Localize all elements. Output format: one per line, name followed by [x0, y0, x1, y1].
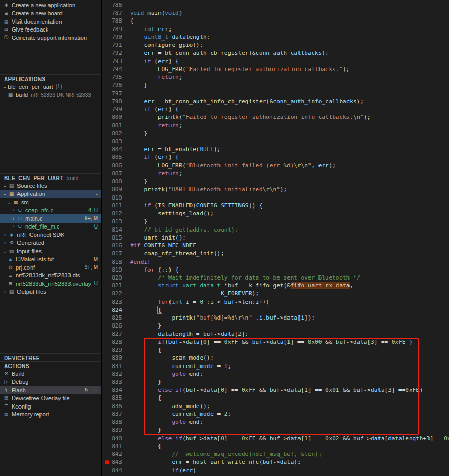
line-number[interactable]: 799 [102, 105, 128, 113]
code-line-829[interactable]: 829 { [102, 346, 449, 354]
code-line-826[interactable]: 826 } [102, 322, 449, 330]
code-line-805[interactable]: 805 if (err) { [102, 153, 449, 161]
line-number[interactable]: 827 [102, 330, 128, 338]
line-number[interactable]: 835 [102, 394, 128, 402]
action-build[interactable]: ⚒Build [0, 370, 101, 378]
line-number[interactable]: 796 [102, 81, 128, 89]
code-line-787[interactable]: 787void main(void) [102, 9, 449, 17]
tree-item-input-files[interactable]: ⌄▤Input files [0, 247, 101, 255]
action-flash[interactable]: ↯Flash↻⋯ [0, 386, 101, 394]
code-line-788[interactable]: 788{ [102, 17, 449, 25]
code-line-833[interactable]: 833 } [102, 378, 449, 386]
code-line-830[interactable]: 830 scan_mode(); [102, 354, 449, 362]
line-number[interactable]: 816 [102, 242, 128, 250]
code-line-796[interactable]: 796 } [102, 81, 449, 89]
line-number[interactable]: 808 [102, 177, 128, 185]
chevron-down-icon[interactable]: ⌄ [7, 200, 12, 205]
line-number[interactable]: 815 [102, 234, 128, 242]
applications-section-header[interactable]: APPLICATIONS [0, 74, 101, 83]
line-number[interactable]: 826 [102, 322, 128, 330]
code-line-804[interactable]: 804 err = bt_enable(NULL); [102, 145, 449, 153]
welcome-link-create-a-new-board[interactable]: ⊞Create a new board [0, 9, 101, 18]
line-number[interactable]: 814 [102, 226, 128, 234]
chevron-right-icon[interactable]: › [3, 232, 7, 237]
line-number[interactable]: 832 [102, 370, 128, 378]
tree-item-ndef-file-m-c[interactable]: ›Cndef_file_m.cU [0, 223, 101, 231]
line-number[interactable]: 819 [102, 266, 128, 274]
tree-item-main-c[interactable]: ›Cmain.c9+, M [0, 214, 101, 223]
code-line-835[interactable]: 835 { [102, 394, 449, 402]
code-line-814[interactable]: 814 // bt_id_get(addrs, count); [102, 226, 449, 234]
chevron-right-icon[interactable]: › [11, 207, 16, 213]
code-line-837[interactable]: 837 current_mode = 2; [102, 410, 449, 418]
line-number[interactable]: 836 [102, 402, 128, 410]
tree-item-output-files[interactable]: ›▤Output files [0, 288, 101, 296]
code-line-802[interactable]: 802 } [102, 130, 449, 137]
code-line-825[interactable]: 825 printk("buf[%d]=%d\r\n" ,i,buf->data… [102, 314, 449, 322]
code-line-832[interactable]: 832 goto end; [102, 370, 449, 378]
code-line-843[interactable]: 843 err = host_uart_write_nfc(buf->data)… [102, 458, 449, 466]
code-line-840[interactable]: 840 else if(buf->data[0] == 0xFF && buf-… [102, 434, 449, 442]
line-number[interactable]: 794 [102, 65, 128, 73]
line-number[interactable]: 828 [102, 338, 128, 346]
line-number[interactable]: 802 [102, 130, 128, 137]
tree-item-nrf52833dk-nrf52833-overlay[interactable]: ≣nrf52833dk_nrf52833.overlayU [0, 280, 101, 288]
line-number[interactable]: 833 [102, 378, 128, 386]
code-line-794[interactable]: 794 LOG_ERR("Failed to register authoriz… [102, 65, 449, 73]
tree-item-nrf52833dk-nrf52833-dts[interactable]: ≣nrf52833dk_nrf52833.dts [0, 272, 101, 280]
code-line-818[interactable]: 818#endif [102, 258, 449, 266]
tree-item-source-files[interactable]: ⌄▤Source files [0, 182, 101, 190]
chevron-right-icon[interactable]: › [11, 216, 16, 221]
code-line-844[interactable]: 844 if(err) [102, 467, 449, 474]
tree-item-cmakelists-txt[interactable]: ▲CMakeLists.txtM [0, 255, 101, 264]
line-number[interactable]: 803 [102, 137, 128, 145]
code-line-807[interactable]: 807 return; [102, 170, 449, 177]
code-line-791[interactable]: 791 configure_gpio(); [102, 41, 449, 49]
line-number[interactable]: 842 [102, 450, 128, 458]
code-line-789[interactable]: 789 int err; [102, 25, 449, 33]
tree-item-nrf-connect-sdk[interactable]: ›◈nRF Connect SDK [0, 231, 101, 239]
code-line-831[interactable]: 831 current_mode = 1; [102, 362, 449, 370]
line-number[interactable]: 789 [102, 25, 128, 33]
line-number[interactable]: 797 [102, 90, 128, 97]
code-line-798[interactable]: 798 err = bt_conn_auth_info_cb_register(… [102, 97, 449, 105]
line-number[interactable]: 813 [102, 217, 128, 225]
code-line-797[interactable]: 797 [102, 90, 449, 97]
line-number[interactable]: 831 [102, 362, 128, 370]
code-line-839[interactable]: 839 } [102, 426, 449, 434]
code-line-815[interactable]: 815 uart_init(); [102, 234, 449, 242]
code-line-786[interactable]: 786 [102, 1, 449, 9]
line-number[interactable]: 829 [102, 346, 128, 354]
chevron-right-icon[interactable]: › [3, 240, 7, 245]
line-number[interactable]: 790 [102, 33, 128, 41]
line-number[interactable]: 793 [102, 57, 128, 65]
line-number[interactable]: 844 [102, 467, 128, 474]
code-line-842[interactable]: 842 // welcome_msg_encode(ndef_msg_buf, … [102, 450, 449, 458]
tree-item-application[interactable]: ⌄▦Application● [0, 190, 101, 199]
code-line-824[interactable]: 824 { [102, 306, 449, 314]
application-build[interactable]: ▦buildnRF52833 DK NRF52833 [0, 91, 101, 100]
code-line-809[interactable]: 809 printk("UART Bluetooth initialized\r… [102, 185, 449, 193]
chevron-down-icon[interactable]: ⌄ [3, 249, 7, 254]
code-line-819[interactable]: 819 for (;;) { [102, 266, 449, 274]
build-panel-header[interactable]: BLE_CEN_PER_UARTbuild [0, 173, 101, 182]
action-devicetree-overlay-file[interactable]: ▤Devicetree Overlay file [0, 394, 101, 403]
code-line-806[interactable]: 806 LOG_ERR("Bluetooth init failed (err … [102, 162, 449, 170]
line-number[interactable]: 788 [102, 17, 128, 25]
line-number[interactable]: 817 [102, 250, 128, 257]
line-number[interactable]: 843 [102, 458, 128, 466]
line-number[interactable]: 820 [102, 274, 128, 282]
code-line-822[interactable]: 822 K_FOREVER); [102, 290, 449, 298]
line-number[interactable]: 824 [102, 306, 128, 314]
code-line-803[interactable]: 803 [102, 137, 449, 145]
line-number[interactable]: 786 [102, 1, 128, 9]
line-number[interactable]: 791 [102, 41, 128, 49]
application-ble-cen-per-uart[interactable]: ⌄ble_cen_per_uart(1) [0, 83, 101, 91]
code-line-793[interactable]: 793 if (err) { [102, 57, 449, 65]
actions-section-header[interactable]: ACTIONS [0, 361, 101, 370]
welcome-link-generate-support-information[interactable]: ⓘGenerate support information [0, 34, 101, 42]
code-line-827[interactable]: 827 datalength = buf->data[2]; [102, 330, 449, 338]
code-line-810[interactable]: 810 [102, 194, 449, 202]
line-number[interactable]: 805 [102, 153, 128, 161]
code-line-790[interactable]: 790 uint8_t datalength; [102, 33, 449, 41]
